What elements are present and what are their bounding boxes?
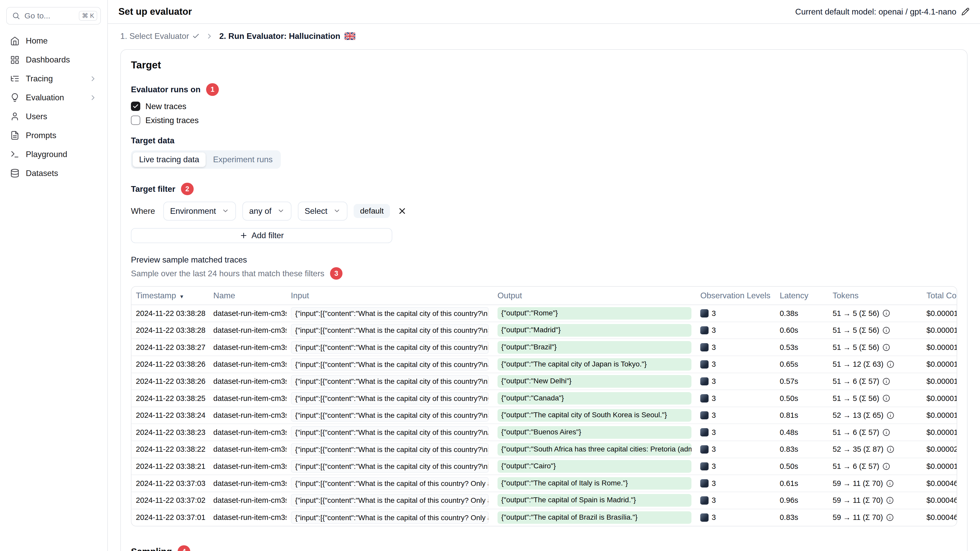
cell-name: dataset-run-item-cm3s4 [209, 339, 286, 356]
cell-input: {"input":[{"content":"What is the capita… [286, 356, 493, 373]
column-header-total-cost[interactable]: Total Cost [922, 287, 957, 305]
column-header-output[interactable]: Output [493, 287, 696, 305]
input-chip: {"input":[{"content":"What is the capita… [291, 341, 489, 354]
filter-operator-value: any of [249, 206, 272, 216]
cell-timestamp: 2024-11-22 03:37:03 [132, 475, 209, 492]
sidebar-item-dashboards[interactable]: Dashboards [6, 50, 101, 69]
cell-name: dataset-run-item-cm3s4 [209, 509, 286, 526]
filter-builder-row: Where Environment any of Select default [131, 202, 957, 221]
sidebar-item-playground[interactable]: Playground [6, 145, 101, 164]
tab-experiment-runs[interactable]: Experiment runs [207, 152, 279, 167]
cell-observation-levels: 3 [696, 441, 775, 458]
table-row[interactable]: 2024-11-22 03:38:24 dataset-run-item-cm3… [132, 407, 957, 424]
filter-value-placeholder: Select [305, 206, 328, 216]
output-chip: {"output":"Buenos Aires"} [498, 426, 692, 439]
existing-traces-checkbox[interactable] [131, 116, 140, 125]
list-tree-icon [10, 74, 19, 83]
sidebar-item-tracing[interactable]: Tracing [6, 69, 101, 88]
cell-tokens: 51 → 12 (Σ 63) [828, 356, 922, 373]
cell-timestamp: 2024-11-22 03:38:28 [132, 305, 209, 322]
step-run-evaluator: 2. Run Evaluator: Hallucination [220, 31, 355, 41]
table-row[interactable]: 2024-11-22 03:38:25 dataset-run-item-cm3… [132, 390, 957, 407]
goto-search[interactable]: Go to... ⌘ K [6, 7, 101, 25]
table-row[interactable]: 2024-11-22 03:38:23 dataset-run-item-cm3… [132, 424, 957, 441]
cell-observation-levels: 3 [696, 475, 775, 492]
cell-name: dataset-run-item-cm3s4 [209, 492, 286, 509]
cell-input: {"input":[{"content":"What is the capita… [286, 458, 493, 475]
column-header-timestamp[interactable]: Timestamp▼ [132, 287, 209, 305]
cell-input: {"input":[{"content":"What is the capita… [286, 509, 493, 526]
table-row[interactable]: 2024-11-22 03:38:28 dataset-run-item-cm3… [132, 305, 957, 322]
sidebar-item-label: Datasets [26, 168, 58, 178]
cell-input: {"input":[{"content":"What is the capita… [286, 424, 493, 441]
output-chip: {"output":"Canada"} [498, 392, 692, 405]
add-filter-button[interactable]: Add filter [131, 228, 392, 243]
table-row[interactable]: 2024-11-22 03:38:26 dataset-run-item-cm3… [132, 373, 957, 390]
table-row[interactable]: 2024-11-22 03:38:27 dataset-run-item-cm3… [132, 339, 957, 356]
cell-tokens: 51 → 6 (Σ 57) [828, 373, 922, 390]
cell-tokens: 51 → 5 (Σ 56) [828, 322, 922, 339]
input-chip: {"input":[{"content":"What is the capita… [291, 392, 489, 405]
target-section-title: Target [131, 59, 957, 71]
cell-name: dataset-run-item-cm3s4 [209, 441, 286, 458]
filter-value-select[interactable]: Select [298, 202, 347, 221]
column-header-input[interactable]: Input [286, 287, 493, 305]
cell-timestamp: 2024-11-22 03:38:28 [132, 322, 209, 339]
cell-total-cost: $0.000011 ( [922, 322, 957, 339]
step-select-evaluator[interactable]: 1. Select Evaluator [120, 31, 200, 41]
filter-column-select[interactable]: Environment [163, 202, 236, 221]
sidebar-item-users[interactable]: Users [6, 107, 101, 126]
cell-observation-levels: 3 [696, 373, 775, 390]
sidebar-item-evaluation[interactable]: Evaluation [6, 88, 101, 107]
sidebar-item-label: Playground [26, 149, 67, 159]
cell-tokens: 51 → 6 (Σ 57) [828, 458, 922, 475]
column-header-name[interactable]: Name [209, 287, 286, 305]
cell-output: {"output":"Brazil"} [493, 339, 696, 356]
info-icon [887, 411, 894, 419]
cell-total-cost: $0.000011 ( [922, 424, 957, 441]
chevron-right-icon [89, 75, 97, 83]
existing-traces-option[interactable]: Existing traces [131, 116, 957, 125]
filter-where-label: Where [131, 206, 155, 216]
sidebar-item-home[interactable]: Home [6, 31, 101, 50]
column-header-tokens[interactable]: Tokens [828, 287, 922, 305]
remove-filter-icon[interactable] [398, 206, 407, 216]
cell-tokens: 59 → 11 (Σ 70) [828, 509, 922, 526]
new-traces-checkbox[interactable] [131, 102, 140, 111]
cell-total-cost: $0.000011 ( [922, 390, 957, 407]
sidebar-item-datasets[interactable]: Datasets [6, 164, 101, 183]
observation-level-icon [700, 326, 708, 335]
table-row[interactable]: 2024-11-22 03:37:02 dataset-run-item-cm3… [132, 492, 957, 509]
table-row[interactable]: 2024-11-22 03:38:28 dataset-run-item-cm3… [132, 322, 957, 339]
info-icon [886, 497, 894, 504]
sidebar-item-prompts[interactable]: Prompts [6, 126, 101, 145]
filter-value-chip[interactable]: default [354, 204, 390, 218]
new-traces-option[interactable]: New traces [131, 102, 957, 111]
table-row[interactable]: 2024-11-22 03:37:03 dataset-run-item-cm3… [132, 475, 957, 492]
cell-total-cost: $0.000029 [922, 441, 957, 458]
sidebar-nav: Home Dashboards Tracing Evaluation Users [6, 31, 101, 183]
tab-live-tracing-data[interactable]: Live tracing data [133, 152, 205, 167]
table-row[interactable]: 2024-11-22 03:38:26 dataset-run-item-cm3… [132, 356, 957, 373]
table-row[interactable]: 2024-11-22 03:38:21 dataset-run-item-cm3… [132, 458, 957, 475]
cell-input: {"input":[{"content":"What is the capita… [286, 339, 493, 356]
column-header-latency[interactable]: Latency [775, 287, 828, 305]
observation-level-icon [700, 496, 708, 505]
edit-pencil-icon[interactable] [961, 8, 970, 16]
main-area: Set up evaluator Current default model: … [108, 0, 980, 551]
cell-total-cost: $0.000011 ( [922, 339, 957, 356]
cell-name: dataset-run-item-cm3s4 [209, 475, 286, 492]
table-row[interactable]: 2024-11-22 03:37:01 dataset-run-item-cm3… [132, 509, 957, 526]
filter-operator-select[interactable]: any of [242, 202, 292, 221]
grid-icon [10, 55, 19, 65]
chevron-down-icon [222, 207, 229, 214]
column-header-observation-levels[interactable]: Observation Levels [696, 287, 775, 305]
add-filter-label: Add filter [251, 231, 284, 240]
table-row[interactable]: 2024-11-22 03:38:22 dataset-run-item-cm3… [132, 441, 957, 458]
cell-timestamp: 2024-11-22 03:37:02 [132, 492, 209, 509]
cell-output: {"output":"The capital city of South Kor… [493, 407, 696, 424]
output-chip: {"output":"Brazil"} [498, 341, 692, 354]
sampling-section: Sampling 4 [131, 545, 957, 551]
cell-tokens: 52 → 35 (Σ 87) [828, 441, 922, 458]
cell-timestamp: 2024-11-22 03:38:26 [132, 356, 209, 373]
